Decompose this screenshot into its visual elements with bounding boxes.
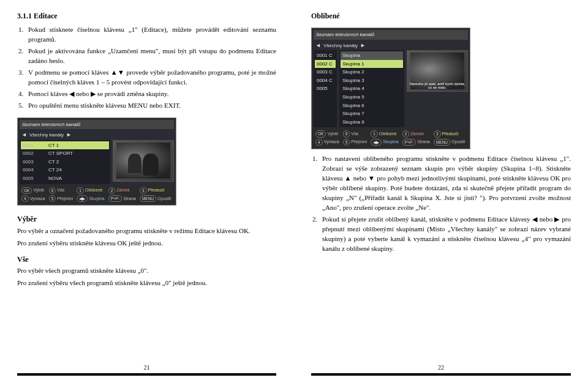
ss-channel-row: 0005NOVA — [21, 174, 109, 183]
ss-key: 4Vymaza — [21, 195, 45, 202]
ss-preview-window: Nemohu jít spát, aniž bych zjistila, co … — [407, 50, 468, 92]
ss-key: 0Vše — [343, 130, 368, 137]
ss-preview-caption: Nemohu jít spát, aniž bych zjistila, co … — [409, 82, 466, 90]
page-left: 3.1.1 Editace 1.Pokud stisknete číselnou… — [0, 0, 294, 383]
list-text: Pokud si přejete zrušit oblíbený kanál, … — [322, 215, 571, 252]
ss-group-row: Skupina 6 — [341, 102, 403, 110]
chevron-left-icon: ◄ — [315, 42, 321, 50]
page-right: Oblíbené Seznam televizních kanálů ◄ Vše… — [294, 0, 588, 383]
ss-key: 2Zámek — [402, 130, 430, 137]
section-heading: 3.1.1 Editace — [17, 11, 276, 21]
ss-channel-row: 0002CT SPORT — [21, 149, 109, 158]
ss-key: OKVýběr — [21, 187, 45, 194]
editace-list: 1.Pokud stisknete číselnou klávesu „1" (… — [17, 25, 276, 113]
list-item: 2.Pokud si přejete zrušit oblíbený kanál… — [322, 215, 571, 254]
ss-key: 2Zámek — [108, 187, 136, 194]
list-text: V podmenu se pomocí kláves ▲▼ provede vý… — [28, 69, 276, 86]
ss-code-row: 0002 C — [315, 60, 336, 69]
page-number: 22 — [311, 360, 571, 373]
ss-key: 5Přejmen — [343, 139, 368, 146]
ss-key: 3Přeskočí — [140, 187, 171, 194]
ss-footer-keys: OKVýběr 0Vše 1Oblíbené 2Zámek 3Přeskočí … — [20, 186, 174, 204]
ss-group-row: Skupina 4 — [341, 84, 403, 93]
ss-group-row: Skupina 8 — [341, 118, 403, 127]
ss-code-row: 0003 C — [315, 68, 336, 76]
vse-heading: Vše — [17, 255, 276, 265]
ss-group-label: Všechny kanály — [323, 42, 358, 50]
tv-screenshot-oblibene: Seznam televizních kanálů ◄ Všechny kaná… — [311, 28, 470, 149]
ss-title: Seznam televizních kanálů — [314, 30, 468, 40]
ss-channel-row: 0003CT 2 — [21, 158, 109, 166]
ss-sublabel: Skupina — [341, 51, 403, 60]
ss-code-row: 0001 C — [315, 51, 336, 60]
list-text: Pro opuštění menu stiskněte klávesu MENU… — [28, 102, 181, 109]
list-item: 4.Pomocí kláves ◀ nebo ▶ se provádí změn… — [28, 89, 276, 99]
ss-code-list: 0001 C 0002 C 0003 C 0004 C 0005 — [314, 50, 337, 127]
list-text: Pomocí kláves ◀ nebo ▶ se provádí změna … — [28, 90, 168, 97]
ss-key: ◀▶Skupina — [77, 195, 104, 202]
ss-key: 3Přeskočí — [434, 130, 465, 137]
chevron-left-icon: ◄ — [21, 131, 27, 139]
page-rule — [311, 373, 571, 376]
ss-preview-scene — [116, 143, 170, 179]
ss-key: 1Oblíbené — [371, 130, 398, 137]
ss-key: 4Vymaza — [315, 139, 339, 146]
ss-group-row: ◄ Všechny kanály ► — [20, 130, 174, 139]
tv-screenshot-editace: Seznam televizních kanálů ◄ Všechny kaná… — [17, 117, 176, 206]
ss-group-row: Skupina 1 — [341, 60, 403, 69]
chevron-right-icon: ► — [360, 42, 366, 50]
ss-key: 0Vše — [49, 187, 74, 194]
ss-group-list: Skupina Skupina 1 Skupina 2 Skupina 3 Sk… — [339, 50, 404, 127]
ss-title: Seznam televizních kanálů — [20, 120, 174, 130]
page-rule — [17, 373, 276, 376]
vyber-heading: Výběr — [17, 214, 276, 225]
ss-key: ◀▶Skupina — [371, 139, 398, 146]
ss-key: 1Oblíbené — [77, 187, 104, 194]
vse-text: Pro zrušení výběru všech programů stiskn… — [17, 278, 276, 288]
ss-group-row: Skupina 5 — [341, 93, 403, 102]
ss-footer-keys: OKVýběr 0Vše 1Oblíbené 2Zámek 3Přeskočí … — [314, 129, 468, 147]
oblibene-heading: Oblíbené — [311, 11, 571, 21]
ss-channel-list: 0001CT 1 0002CT SPORT 0003CT 2 0004CT 24… — [20, 140, 110, 184]
list-item: 2.Pokud je aktivována funkce „Uzamčení m… — [28, 46, 276, 66]
ss-key: 5Přejmen — [49, 195, 74, 202]
ss-key: MENUOpustit — [140, 195, 171, 202]
chevron-right-icon: ► — [66, 131, 72, 139]
vse-text: Pro výběr všech programů stiskněte kláve… — [17, 266, 276, 276]
oblibene-list: 1.Pro nastavení oblíbeného programu stis… — [311, 154, 571, 255]
ss-group-row: Skupina 2 — [341, 68, 403, 76]
list-item: 1.Pokud stisknete číselnou klávesu „1" (… — [28, 25, 276, 45]
list-item: 1.Pro nastavení oblíbeného programu stis… — [322, 154, 571, 213]
ss-key: OKVýběr — [315, 130, 339, 137]
ss-group-row: ◄ Všechny kanály ► — [314, 41, 468, 50]
list-item: 5.Pro opuštění menu stiskněte klávesu ME… — [28, 101, 276, 111]
vyber-text: Pro výběr a označení požadovaného progra… — [17, 226, 276, 236]
ss-key: P+P-Strana — [402, 139, 430, 146]
ss-group-label: Všechny kanály — [29, 132, 64, 139]
ss-key: P+P-Strana — [108, 195, 136, 202]
ss-code-row: 0005 — [315, 84, 336, 93]
ss-group-row: Skupina 7 — [341, 110, 403, 118]
list-text: Pro nastavení oblíbeného programu stiskn… — [322, 155, 571, 211]
ss-key: MENUOpustit — [434, 139, 465, 146]
ss-channel-row: 0004CT 24 — [21, 166, 109, 174]
page-number: 21 — [17, 360, 276, 373]
list-item: 3.V podmenu se pomocí kláves ▲▼ provede … — [28, 68, 276, 87]
ss-code-row: 0004 C — [315, 76, 336, 85]
vyber-text: Pro zrušení výběru stiskněte klávesu OK … — [17, 239, 276, 248]
ss-channel-row: 0001CT 1 — [21, 141, 109, 150]
list-text: Pokud stisknete číselnou klávesu „1" (Ed… — [28, 26, 276, 43]
ss-preview-window — [113, 140, 174, 182]
ss-group-row: Skupina 3 — [341, 76, 403, 85]
list-text: Pokud je aktivována funkce „Uzamčení men… — [28, 47, 276, 64]
